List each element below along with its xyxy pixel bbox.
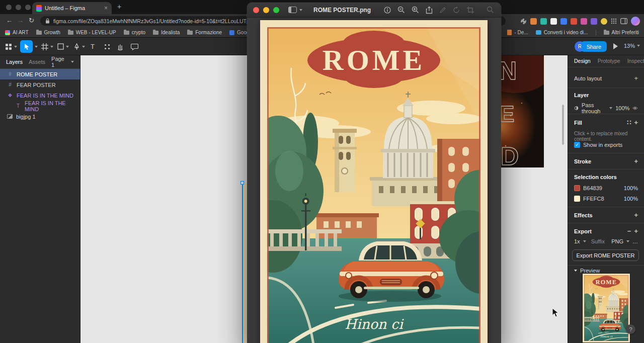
- layer-opacity-input[interactable]: 100%: [615, 105, 629, 111]
- sidebar-toggle-icon[interactable]: [620, 18, 627, 24]
- forward-icon[interactable]: →: [17, 17, 24, 24]
- markup-pencil-icon[interactable]: [439, 7, 446, 14]
- present-icon[interactable]: [613, 43, 618, 49]
- resources-tool[interactable]: [104, 40, 111, 53]
- export-rome-poster-button[interactable]: Export ROME POSTER: [572, 249, 639, 261]
- extension-icon[interactable]: [601, 18, 607, 25]
- tab-inspect[interactable]: Inspect: [627, 58, 644, 64]
- export-suffix-input[interactable]: Suffix: [591, 238, 605, 244]
- move-tool-active[interactable]: [20, 40, 33, 53]
- close-window-icon[interactable]: [6, 5, 12, 10]
- add-fill-icon[interactable]: +: [634, 119, 638, 126]
- quicklook-window[interactable]: ROME POSTER.png: [247, 3, 501, 343]
- bookmark-item[interactable]: crypto: [124, 30, 145, 35]
- share-button[interactable]: Share: [581, 41, 607, 52]
- help-button[interactable]: ?: [626, 324, 635, 334]
- extension-icon[interactable]: [591, 18, 597, 25]
- selection-handle[interactable]: [240, 181, 244, 185]
- share-icon[interactable]: [426, 6, 433, 14]
- tab-design[interactable]: Design: [574, 58, 591, 64]
- browser-tab[interactable]: Untitled – Figma ×: [32, 2, 112, 14]
- crop-icon[interactable]: [467, 7, 474, 14]
- frame-tool[interactable]: [41, 40, 53, 53]
- add-effect-icon[interactable]: +: [634, 211, 638, 219]
- rotate-icon[interactable]: [453, 7, 460, 14]
- add-export-icon[interactable]: +: [634, 227, 638, 235]
- pen-tool[interactable]: [73, 40, 85, 53]
- bookmark-item[interactable]: Growth: [36, 30, 60, 35]
- checkbox-checked-icon[interactable]: ✓: [574, 142, 580, 148]
- layer-row-rome-poster[interactable]: # ROME POSTER: [0, 69, 80, 79]
- zoom-window-icon[interactable]: [25, 5, 31, 10]
- figma-menu-icon: [5, 43, 12, 50]
- extension-icon[interactable]: [560, 18, 567, 25]
- layer-row-fear-text[interactable]: T FEAR IS IN THE MIND: [0, 101, 80, 111]
- other-bookmarks[interactable]: Altri Preferiti: [604, 30, 639, 35]
- extension-icon[interactable]: [571, 18, 577, 25]
- fill-styles-icon[interactable]: ∷: [627, 119, 631, 126]
- extension-icon[interactable]: [530, 18, 537, 25]
- bookmark-item[interactable]: Formazione: [187, 30, 222, 35]
- color-swatch-red[interactable]: [574, 185, 580, 191]
- sidebar-toggle-icon[interactable]: [288, 7, 297, 13]
- move-tool[interactable]: [20, 40, 38, 53]
- layer-row-bigjpg[interactable]: bigjpg 1: [0, 111, 80, 122]
- shape-tool[interactable]: [57, 40, 69, 53]
- bookmark-item[interactable]: - De...: [507, 30, 528, 35]
- resources-icon: [104, 43, 111, 50]
- add-auto-layout-icon[interactable]: +: [634, 74, 638, 82]
- preview-section-header[interactable]: Preview: [574, 268, 638, 274]
- new-tab-button[interactable]: +: [117, 3, 121, 11]
- hand-tool[interactable]: [117, 40, 124, 53]
- layer-row-fear-poster[interactable]: # FEAR POSTER: [0, 79, 80, 90]
- back-icon[interactable]: ←: [6, 17, 13, 24]
- reload-icon[interactable]: ↻: [29, 17, 34, 24]
- export-format-select[interactable]: PNG: [611, 238, 623, 244]
- fear-letter-d: D: [501, 142, 519, 167]
- zoom-in-icon[interactable]: [412, 6, 419, 14]
- minimize-window-icon[interactable]: [263, 7, 269, 13]
- show-in-exports-row[interactable]: ✓ Show in exports: [574, 142, 638, 148]
- add-stroke-icon[interactable]: +: [634, 157, 638, 165]
- blend-mode-select[interactable]: Pass through: [582, 102, 606, 114]
- tab-prototype[interactable]: Prototype: [598, 58, 620, 64]
- text-tool[interactable]: T: [91, 40, 95, 53]
- zoom-level-select[interactable]: 13%: [624, 43, 640, 49]
- fullscreen-window-icon[interactable]: [273, 7, 279, 13]
- extension-icon[interactable]: [540, 18, 547, 25]
- page-selector[interactable]: Page 1: [51, 56, 74, 68]
- color-swatch-cream[interactable]: [574, 196, 580, 202]
- fear-poster-partial[interactable]: N E D: [496, 55, 544, 167]
- search-icon[interactable]: [487, 6, 494, 14]
- image-layer-icon: [7, 114, 13, 119]
- tab-assets[interactable]: Assets: [29, 59, 45, 65]
- zoom-out-icon[interactable]: [397, 6, 405, 14]
- remove-export-icon[interactable]: −: [627, 227, 631, 235]
- extension-icon[interactable]: [581, 18, 587, 25]
- puzzle-icon[interactable]: [520, 18, 527, 25]
- apps-grid-icon[interactable]: [611, 18, 617, 24]
- info-icon[interactable]: [384, 7, 391, 14]
- export-scale-select[interactable]: 1x: [574, 238, 580, 244]
- canvas-scrollbar[interactable]: [562, 105, 564, 145]
- figma-menu-button[interactable]: [5, 40, 17, 53]
- extension-icon[interactable]: [550, 18, 557, 25]
- rome-frame-edge[interactable]: [242, 183, 247, 343]
- bookmark-item[interactable]: AI ART: [5, 30, 29, 35]
- quicklook-titlebar[interactable]: ROME POSTER.png: [247, 3, 501, 18]
- bookmark-item[interactable]: Converti i video di...: [536, 30, 588, 35]
- bookmark-item[interactable]: Idealista: [153, 30, 180, 35]
- comment-tool[interactable]: [131, 40, 138, 53]
- close-window-icon[interactable]: [253, 7, 259, 13]
- selection-color-row[interactable]: B64839 100%: [574, 185, 638, 191]
- browser-profile-avatar[interactable]: [631, 17, 640, 26]
- export-options-icon[interactable]: …: [632, 238, 638, 244]
- tab-layers[interactable]: Layers: [6, 59, 23, 65]
- tab-close-icon[interactable]: ×: [104, 5, 108, 11]
- macos-window-controls[interactable]: [6, 5, 31, 10]
- bookmark-item[interactable]: WEB - LEVEL-UP: [68, 30, 116, 35]
- layer-row-fear-component[interactable]: ❖ FEAR IS IN THE MIND: [0, 90, 80, 101]
- minimize-window-icon[interactable]: [16, 5, 21, 10]
- visibility-eye-icon[interactable]: [632, 106, 638, 111]
- selection-color-row[interactable]: FFEFC8 100%: [574, 196, 638, 202]
